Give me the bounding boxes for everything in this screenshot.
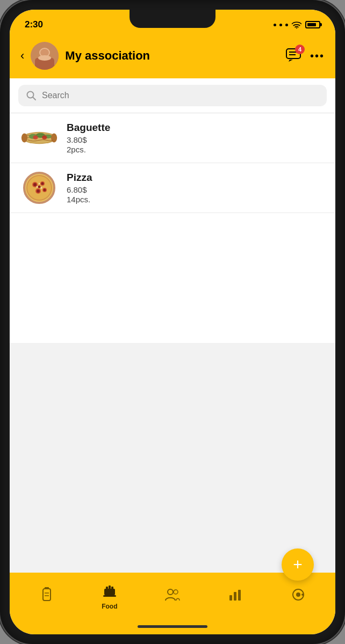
svg-point-51 xyxy=(296,592,300,597)
svg-point-14 xyxy=(51,134,57,143)
svg-rect-41 xyxy=(106,587,108,590)
svg-point-18 xyxy=(33,135,38,139)
notification-badge: 4 xyxy=(295,45,305,54)
settings-icon xyxy=(291,587,306,606)
svg-point-29 xyxy=(37,189,40,193)
add-button[interactable]: + xyxy=(282,548,314,581)
food-icon xyxy=(102,583,117,601)
phone-screen: 2:30 ‹ xyxy=(10,10,335,634)
items-list: Baguette 3.80$ 2pcs. xyxy=(10,113,335,343)
svg-rect-48 xyxy=(234,592,236,601)
svg-rect-49 xyxy=(238,590,241,601)
page-title: My association xyxy=(65,49,279,63)
app-header: ‹ My association xyxy=(10,36,335,78)
home-bar xyxy=(138,625,207,628)
header-actions: 4 ••• xyxy=(285,48,325,64)
food-nav-label: Food xyxy=(102,603,117,610)
signal-dot-2 xyxy=(279,24,282,26)
search-icon xyxy=(26,90,37,101)
pizza-illustration xyxy=(23,172,55,204)
svg-point-28 xyxy=(41,182,44,185)
svg-point-33 xyxy=(37,186,38,188)
svg-rect-42 xyxy=(109,586,111,590)
svg-line-10 xyxy=(33,97,35,100)
home-indicator xyxy=(10,618,335,634)
svg-point-0 xyxy=(296,27,298,28)
nav-item-stats[interactable] xyxy=(204,588,267,605)
svg-rect-44 xyxy=(103,595,116,597)
svg-rect-43 xyxy=(111,587,113,590)
signal-dot-1 xyxy=(274,24,276,26)
search-container xyxy=(10,78,335,113)
item-name: Baguette xyxy=(67,122,325,134)
item-name: Pizza xyxy=(67,172,325,184)
item-image-pizza xyxy=(20,173,58,203)
item-qty: 14pcs. xyxy=(67,195,325,204)
svg-point-19 xyxy=(42,135,47,139)
baguette-illustration xyxy=(20,127,58,149)
item-price: 6.80$ xyxy=(67,185,325,194)
list-item[interactable]: Baguette 3.80$ 2pcs. xyxy=(10,113,335,163)
item-image-baguette xyxy=(20,123,58,153)
item-info-baguette: Baguette 3.80$ 2pcs. xyxy=(67,122,325,154)
notch xyxy=(130,10,215,28)
svg-point-45 xyxy=(168,589,173,595)
nav-item-settings[interactable] xyxy=(267,587,330,606)
avatar-image xyxy=(31,42,59,70)
status-time: 2:30 xyxy=(25,19,43,30)
svg-point-30 xyxy=(44,189,46,192)
svg-point-52 xyxy=(301,594,304,596)
item-info-pizza: Pizza 6.80$ 14pcs. xyxy=(67,172,325,204)
nav-item-food[interactable]: Food xyxy=(78,583,141,610)
list-item[interactable]: Pizza 6.80$ 14pcs. xyxy=(10,163,335,213)
people-icon xyxy=(164,588,181,605)
svg-point-3 xyxy=(40,49,49,56)
battery-icon xyxy=(305,21,320,28)
back-button[interactable]: ‹ xyxy=(20,49,24,63)
signal-dot-3 xyxy=(285,24,288,26)
svg-rect-47 xyxy=(229,595,232,601)
phone-frame: 2:30 ‹ xyxy=(0,0,345,644)
nav-item-drinks[interactable] xyxy=(15,587,78,606)
notification-button[interactable]: 4 xyxy=(285,48,301,64)
svg-point-5 xyxy=(38,55,51,61)
svg-point-34 xyxy=(41,187,42,189)
avatar xyxy=(31,42,59,70)
wifi-icon xyxy=(291,21,302,28)
item-price: 3.80$ xyxy=(67,135,325,144)
status-icons xyxy=(274,21,320,28)
svg-point-46 xyxy=(174,590,178,594)
svg-point-27 xyxy=(33,183,37,186)
svg-rect-36 xyxy=(43,589,51,601)
bottom-nav: Food xyxy=(10,573,335,618)
drinks-icon xyxy=(40,587,54,606)
svg-point-35 xyxy=(39,183,40,184)
more-button[interactable]: ••• xyxy=(310,50,325,62)
stats-icon xyxy=(228,588,242,605)
svg-rect-37 xyxy=(45,587,49,589)
svg-point-31 xyxy=(38,186,41,188)
search-bar xyxy=(18,85,327,106)
item-qty: 2pcs. xyxy=(67,145,325,154)
svg-point-13 xyxy=(21,134,27,143)
search-input[interactable] xyxy=(42,91,319,100)
empty-space xyxy=(10,343,335,573)
nav-item-people[interactable] xyxy=(141,588,204,605)
